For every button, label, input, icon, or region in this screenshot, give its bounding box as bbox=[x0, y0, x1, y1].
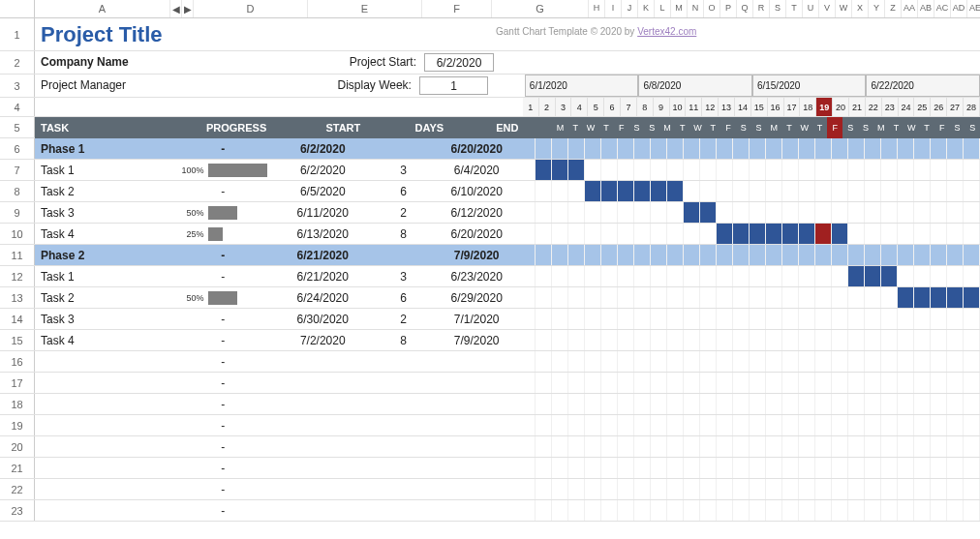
col-header-d[interactable]: D bbox=[194, 0, 308, 17]
task-name[interactable]: Task 4 bbox=[35, 224, 173, 244]
gantt-cell[interactable] bbox=[832, 373, 848, 393]
gantt-cell[interactable] bbox=[700, 266, 717, 286]
gantt-cell[interactable] bbox=[947, 266, 964, 286]
gantt-cell[interactable] bbox=[848, 309, 865, 329]
task-name[interactable]: Task 2 bbox=[35, 181, 173, 201]
empty-cell[interactable] bbox=[434, 415, 519, 435]
gantt-bar[interactable] bbox=[568, 160, 585, 180]
gantt-cell[interactable] bbox=[947, 415, 964, 435]
gantt-cell[interactable] bbox=[717, 351, 733, 372]
gantt-cell[interactable] bbox=[618, 287, 634, 308]
gantt-cell[interactable] bbox=[651, 287, 667, 308]
gantt-cell[interactable] bbox=[832, 351, 848, 372]
empty-cell[interactable] bbox=[434, 479, 519, 499]
col-header-g[interactable]: G bbox=[492, 0, 589, 17]
gantt-cell[interactable] bbox=[684, 394, 700, 414]
gantt-cell[interactable] bbox=[766, 330, 782, 350]
gantt-cell[interactable] bbox=[552, 458, 568, 478]
task-progress[interactable]: 100% bbox=[173, 160, 273, 180]
row-header[interactable]: 11 bbox=[0, 245, 35, 265]
task-start[interactable]: 6/2/2020 bbox=[273, 160, 373, 180]
gantt-bar[interactable] bbox=[914, 287, 931, 308]
gantt-cell[interactable] bbox=[782, 373, 799, 393]
empty-cell[interactable] bbox=[273, 436, 373, 457]
gantt-cell[interactable] bbox=[684, 351, 700, 372]
task-name[interactable]: Task 3 bbox=[35, 202, 173, 223]
task-progress[interactable]: - bbox=[173, 266, 273, 286]
gantt-cell[interactable] bbox=[881, 160, 898, 180]
col-header-aa[interactable]: AA bbox=[902, 0, 918, 17]
gantt-cell[interactable] bbox=[914, 266, 931, 286]
gantt-cell[interactable] bbox=[651, 309, 667, 329]
phase-progress[interactable]: - bbox=[173, 138, 273, 159]
gantt-cell[interactable] bbox=[568, 224, 585, 244]
gantt-cell[interactable] bbox=[914, 309, 931, 329]
gantt-cell[interactable] bbox=[881, 373, 898, 393]
phase-name[interactable]: Phase 2 bbox=[35, 245, 173, 265]
gantt-bar[interactable] bbox=[667, 181, 684, 201]
gantt-cell[interactable] bbox=[750, 309, 766, 329]
gantt-cell[interactable] bbox=[799, 436, 815, 457]
gantt-cell[interactable] bbox=[601, 330, 618, 350]
empty-cell[interactable] bbox=[373, 500, 435, 521]
gantt-cell[interactable] bbox=[947, 436, 964, 457]
gantt-cell[interactable] bbox=[750, 245, 766, 265]
select-all-corner[interactable] bbox=[0, 0, 35, 17]
col-header-a[interactable]: A bbox=[35, 0, 170, 17]
gantt-cell[interactable] bbox=[782, 202, 799, 223]
gantt-cell[interactable] bbox=[585, 287, 601, 308]
gantt-cell[interactable] bbox=[898, 309, 914, 329]
col-header-q[interactable]: Q bbox=[737, 0, 753, 17]
gantt-cell[interactable] bbox=[799, 245, 815, 265]
gantt-cell[interactable] bbox=[700, 415, 717, 435]
gantt-cell[interactable] bbox=[750, 394, 766, 414]
gantt-cell[interactable] bbox=[848, 181, 865, 201]
gantt-cell[interactable] bbox=[618, 224, 634, 244]
gantt-cell[interactable] bbox=[651, 394, 667, 414]
gantt-cell[interactable] bbox=[717, 373, 733, 393]
gantt-cell[interactable] bbox=[618, 373, 634, 393]
task-start[interactable]: 6/30/2020 bbox=[273, 309, 373, 329]
row-header[interactable]: 3 bbox=[0, 75, 35, 97]
gantt-cell[interactable] bbox=[651, 224, 667, 244]
company-name[interactable]: Company Name bbox=[35, 51, 308, 74]
gantt-cell[interactable] bbox=[733, 394, 750, 414]
gantt-cell[interactable] bbox=[848, 287, 865, 308]
gantt-bar[interactable] bbox=[684, 202, 700, 223]
gantt-cell[interactable] bbox=[733, 287, 750, 308]
gantt-cell[interactable] bbox=[881, 309, 898, 329]
col-header-u[interactable]: U bbox=[803, 0, 819, 17]
gantt-cell[interactable] bbox=[585, 330, 601, 350]
gantt-cell[interactable] bbox=[684, 500, 700, 521]
gantt-cell[interactable] bbox=[931, 138, 947, 159]
task-days[interactable]: 6 bbox=[373, 181, 435, 201]
gantt-cell[interactable] bbox=[733, 373, 750, 393]
col-header-ae[interactable]: AE bbox=[967, 0, 980, 17]
gantt-cell[interactable] bbox=[914, 394, 931, 414]
task-days[interactable]: 3 bbox=[373, 266, 435, 286]
task-progress[interactable]: - bbox=[173, 181, 273, 201]
gantt-cell[interactable] bbox=[519, 224, 536, 244]
gantt-cell[interactable] bbox=[832, 330, 848, 350]
gantt-cell[interactable] bbox=[519, 330, 536, 350]
gantt-cell[interactable] bbox=[865, 458, 881, 478]
gantt-cell[interactable] bbox=[536, 224, 552, 244]
gantt-cell[interactable] bbox=[568, 500, 585, 521]
gantt-cell[interactable] bbox=[898, 373, 914, 393]
col-header-k[interactable]: K bbox=[638, 0, 655, 17]
task-name[interactable]: Task 4 bbox=[35, 330, 173, 350]
gantt-cell[interactable] bbox=[585, 309, 601, 329]
gantt-bar[interactable] bbox=[964, 287, 980, 308]
gantt-cell[interactable] bbox=[815, 373, 832, 393]
gantt-phase-bar[interactable] bbox=[782, 138, 799, 159]
gantt-cell[interactable] bbox=[931, 415, 947, 435]
col-header-ad[interactable]: AD bbox=[951, 0, 967, 17]
gantt-cell[interactable] bbox=[651, 330, 667, 350]
gantt-cell[interactable] bbox=[766, 373, 782, 393]
gantt-cell[interactable] bbox=[733, 458, 750, 478]
task-end[interactable]: 6/10/2020 bbox=[434, 181, 519, 201]
gantt-cell[interactable] bbox=[519, 500, 536, 521]
task-name[interactable]: Task 1 bbox=[35, 266, 173, 286]
gantt-bar[interactable] bbox=[733, 224, 750, 244]
gantt-cell[interactable] bbox=[815, 458, 832, 478]
